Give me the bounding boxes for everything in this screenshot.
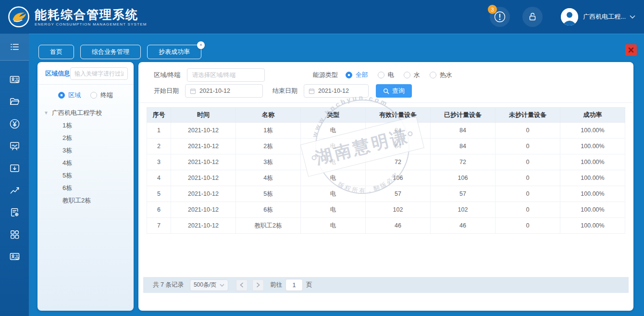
tree-root-node[interactable]: ▼ 广西机电工程学校: [37, 106, 134, 119]
tree-node-1栋[interactable]: 1栋: [37, 119, 134, 132]
energy-radio-水[interactable]: 水: [404, 71, 420, 79]
start-date-input[interactable]: 2021-10-12: [185, 84, 263, 98]
table-row[interactable]: 32021-10-123栋电72720100.00%: [147, 154, 625, 170]
chevron-down-icon: [220, 284, 224, 287]
chevron-down-icon[interactable]: [630, 15, 635, 19]
table-cell: 106: [431, 170, 495, 186]
tree-children: 1栋2栋3栋4栋5栋6栋教职工2栋: [37, 119, 134, 207]
username[interactable]: 广西机电工程...: [583, 13, 626, 21]
tree-node-教职工2栋[interactable]: 教职工2栋: [37, 194, 134, 207]
tree-node-6栋[interactable]: 6栋: [37, 182, 134, 194]
table-cell: 2021-10-12: [171, 154, 236, 170]
sidebar-item-account-manage[interactable]: [0, 245, 29, 267]
table-cell: 3栋: [236, 154, 301, 170]
sidebar-item-archives[interactable]: [0, 90, 29, 113]
table-row[interactable]: 52021-10-125栋电57570100.00%: [147, 186, 625, 202]
tree-node-4栋[interactable]: 4栋: [37, 157, 134, 169]
app-title: 能耗综合管理系统: [35, 8, 147, 21]
mode-radio-终端[interactable]: 终端: [90, 91, 113, 100]
energy-radio-热水[interactable]: 热水: [430, 71, 452, 79]
next-page-button[interactable]: [252, 279, 264, 291]
area-info-panel: 区域信息 区域终端 ▼ 广西机电工程学校 1栋2栋3栋4栋5栋6栋教职工2栋: [37, 62, 134, 311]
table-cell: 0: [495, 186, 560, 202]
table-row[interactable]: 42021-10-124栋电1061060100.00%: [147, 170, 625, 186]
radio-label: 终端: [100, 91, 113, 100]
radio-label: 水: [414, 71, 420, 79]
title-block: 能耗综合管理系统 ENERGY CONSUMPTION MANAGEMENT S…: [35, 8, 147, 26]
tree-node-3栋[interactable]: 3栋: [37, 144, 134, 157]
column-header-未抄计量设备: 未抄计量设备: [495, 108, 560, 123]
table-cell: 电: [301, 202, 366, 218]
tree-root-label: 广西机电工程学校: [52, 109, 102, 117]
table-cell: 106: [366, 170, 431, 186]
table-cell: 0: [495, 123, 560, 139]
sidebar-item-menu-toggle[interactable]: [0, 34, 29, 61]
radio-label: 电: [388, 71, 394, 79]
table-row[interactable]: 62021-10-126栋电1021020100.00%: [147, 202, 625, 218]
close-icon: [628, 47, 634, 53]
sidebar-item-apps[interactable]: [0, 223, 29, 245]
notification-button[interactable]: 3: [490, 7, 510, 27]
close-all-tabs-button[interactable]: [625, 44, 637, 56]
sidebar-item-trend-analysis[interactable]: [0, 179, 29, 201]
column-header-类型: 类型: [301, 108, 366, 123]
page-size-select[interactable]: 500条/页: [190, 279, 228, 291]
radio-circle-icon: [346, 72, 352, 78]
table-body: 12021-10-121栋电84840100.00%22021-10-122栋电…: [147, 123, 625, 234]
table-cell: 2021-10-12: [171, 202, 236, 218]
tab-label: 抄表成功率: [159, 48, 190, 56]
energy-radio-电[interactable]: 电: [378, 71, 394, 79]
end-date-input[interactable]: 2021-10-12: [304, 84, 369, 98]
table-cell: 电: [301, 154, 366, 170]
lock-button[interactable]: [522, 7, 543, 27]
divider: [138, 102, 633, 103]
folder-download-icon: [9, 163, 20, 174]
table-cell: 0: [495, 139, 560, 154]
tree-search-input[interactable]: [70, 67, 128, 80]
lock-icon: [527, 11, 538, 23]
table-cell: 100.00%: [560, 218, 625, 234]
table-cell: 46: [366, 218, 431, 234]
table-cell: 电: [301, 139, 366, 154]
table-cell: 2021-10-12: [171, 218, 236, 234]
radio-label: 热水: [440, 71, 452, 79]
meter-reading-table: 序号时间名称类型有效计量设备已抄计量设备未抄计量设备成功率 12021-10-1…: [147, 107, 625, 234]
column-header-时间: 时间: [171, 108, 236, 123]
sidebar-item-billing[interactable]: [0, 113, 29, 135]
tab-抄表成功率[interactable]: 抄表成功率×: [147, 45, 201, 59]
tab-close-icon[interactable]: ×: [197, 41, 205, 49]
prev-page-button[interactable]: [236, 279, 248, 291]
table-cell: 教职工2栋: [236, 218, 301, 234]
sidebar-item-monitor-board[interactable]: [0, 135, 29, 157]
menu-list-icon: [9, 41, 20, 52]
goto-page-input[interactable]: [285, 279, 303, 291]
tree-node-5栋[interactable]: 5栋: [37, 169, 134, 182]
avatar[interactable]: [561, 8, 578, 25]
table-cell: 0: [495, 218, 560, 234]
mode-radio-区域[interactable]: 区域: [58, 91, 81, 100]
app-subtitle: ENERGY CONSUMPTION MANAGEMENT SYSTEM: [35, 22, 147, 26]
radio-label: 全部: [356, 71, 368, 79]
sidebar-item-data-export[interactable]: [0, 157, 29, 179]
table-cell: 72: [366, 154, 431, 170]
tab-综合业务管理[interactable]: 综合业务管理: [80, 45, 141, 59]
tree-node-2栋[interactable]: 2栋: [37, 132, 134, 144]
energy-radio-全部[interactable]: 全部: [346, 71, 368, 79]
sidebar-item-user-admin[interactable]: [0, 68, 29, 90]
tab-label: 综合业务管理: [92, 48, 129, 56]
table-cell: 2021-10-12: [171, 170, 236, 186]
table-row[interactable]: 22021-10-122栋电84840100.00%: [147, 139, 625, 154]
sidebar-item-report-config[interactable]: [0, 201, 29, 223]
table-row[interactable]: 12021-10-121栋电84840100.00%: [147, 123, 625, 139]
table-cell: 电: [301, 170, 366, 186]
table-cell: 1栋: [236, 123, 301, 139]
table-cell: 2021-10-12: [171, 123, 236, 139]
table-cell: 102: [431, 202, 495, 218]
radio-label: 区域: [68, 91, 81, 100]
table-row[interactable]: 72021-10-12教职工2栋电46460100.00%: [147, 218, 625, 234]
area-terminal-input[interactable]: [187, 68, 265, 82]
tab-首页[interactable]: 首页: [38, 45, 74, 59]
app-logo: 能耗综合管理系统 ENERGY CONSUMPTION MANAGEMENT S…: [8, 6, 147, 28]
query-button[interactable]: 查询: [376, 84, 412, 98]
line-chart-icon: [9, 185, 20, 196]
